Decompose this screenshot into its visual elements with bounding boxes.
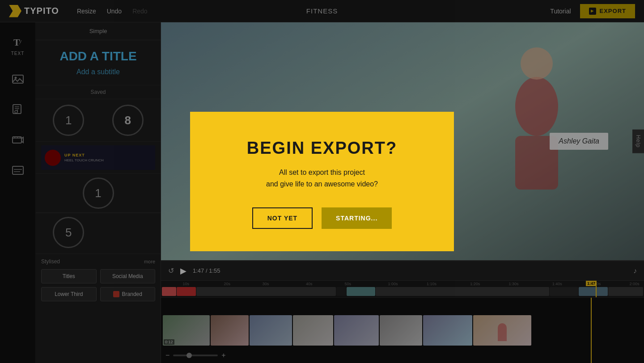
not-yet-button[interactable]: NOT YET — [252, 207, 313, 229]
starting-button[interactable]: STARTING... — [322, 207, 392, 229]
modal-box: BEGIN EXPORT? All set to export this pro… — [190, 112, 454, 251]
modal-overlay: BEGIN EXPORT? All set to export this pro… — [0, 0, 644, 363]
modal-title: BEGIN EXPORT? — [247, 139, 397, 158]
modal-buttons: NOT YET STARTING... — [252, 207, 392, 229]
modal-body: All set to export this project and give … — [266, 167, 378, 190]
